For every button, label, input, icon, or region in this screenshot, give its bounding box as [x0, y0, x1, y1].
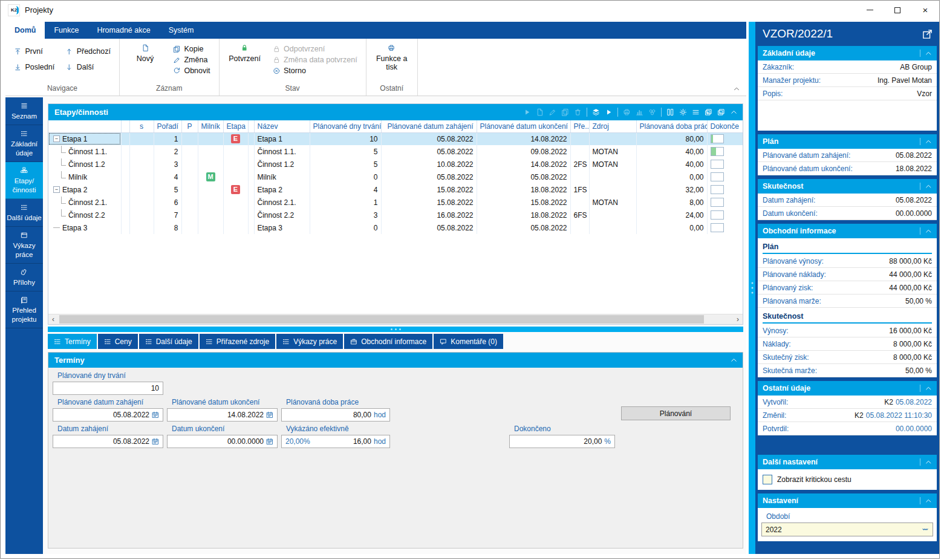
column-header-nazev[interactable]: Název — [254, 120, 310, 132]
layers-icon[interactable] — [592, 108, 600, 116]
collapse-panel-icon[interactable] — [730, 356, 738, 364]
chevron-up-icon[interactable] — [920, 138, 933, 146]
column-header-zdroj[interactable]: Zdroj — [589, 120, 636, 132]
sidebar-item-zakladni-udaje[interactable]: Základní údaje — [5, 125, 43, 162]
table-row-cinnost-1-1[interactable]: Činnost 1.1.2Činnost 1.1.505.08.202209.0… — [48, 145, 743, 158]
zmena-button[interactable]: Změna — [171, 54, 213, 65]
chevron-up-icon[interactable] — [920, 385, 933, 392]
section-header[interactable]: Plán — [758, 134, 937, 149]
ribbon-tab-system[interactable]: Systém — [160, 22, 203, 39]
win-minus-icon[interactable] — [717, 108, 725, 116]
column-header-milnik[interactable]: Milník — [198, 120, 223, 132]
dokonceno-input[interactable]: 20,00% — [509, 435, 615, 448]
planovana-doba-prace-input[interactable]: 80,00hod — [281, 408, 390, 422]
obnovit-button[interactable]: Obnovit — [171, 65, 213, 76]
planovane-datum-zahajeni-input[interactable]: 05.08.2022 — [53, 408, 163, 422]
table-row-cinnost-2-1[interactable]: Činnost 2.1.6Činnost 2.1.115.08.202215.0… — [48, 196, 743, 209]
sidebar-item-vykazy-prace[interactable]: Výkazy práce — [5, 227, 43, 264]
section-header[interactable]: Základní údaje — [758, 46, 937, 60]
tab-prirazene-zdroje[interactable]: Přiřazené zdroje — [200, 334, 275, 349]
columns-icon[interactable] — [666, 108, 674, 116]
novy-button[interactable]: Nový — [126, 44, 164, 63]
sidebar-item-etapy-cinnosti[interactable]: Etapy/činnosti — [5, 162, 43, 199]
dropdown-chevrons-icon[interactable] — [922, 526, 929, 533]
chevron-up-icon[interactable] — [920, 227, 933, 235]
section-header[interactable]: Další nastavení — [758, 455, 937, 469]
section-header[interactable]: Skutečnost — [758, 179, 937, 194]
ribbon-tab-domu[interactable]: Domů — [5, 22, 45, 39]
obdobi-dropdown[interactable]: 2022 — [761, 523, 933, 536]
expander-icon[interactable]: − — [53, 186, 60, 193]
collapse-ribbon-icon[interactable] — [733, 85, 740, 93]
datum-ukonceni-input[interactable]: 00.00.0000 — [167, 435, 278, 448]
sidebar-item-seznam[interactable]: Seznam — [5, 97, 43, 125]
grid-horizontal-scrollbar[interactable]: ‹ › — [48, 314, 743, 324]
planovani-button[interactable]: Plánování — [621, 406, 731, 420]
horizontal-splitter[interactable] — [48, 327, 743, 332]
table-row-cinnost-2-2[interactable]: Činnost 2.27Činnost 2.2316.08.202218.08.… — [48, 209, 743, 221]
scrollbar-thumb[interactable] — [59, 315, 704, 324]
column-header-dokonc[interactable]: Dokonče — [707, 120, 743, 132]
column-header-doba[interactable]: Plánovaná doba práce — [636, 120, 707, 132]
calendar-icon[interactable] — [266, 438, 273, 445]
section-header[interactable]: Obchodní informace — [758, 224, 937, 238]
sidebar-item-dalsi-udaje[interactable]: Další údaje — [5, 199, 43, 227]
datum-zahajeni-input[interactable]: 05.08.2022 — [53, 435, 163, 448]
odpotvrzeni-button[interactable]: Odpotvrzení — [270, 44, 360, 54]
tab-dalsi-udaje[interactable]: Další údaje — [139, 334, 198, 349]
close-button[interactable]: × — [911, 1, 939, 19]
chevron-up-icon[interactable] — [920, 497, 933, 505]
play-icon[interactable] — [605, 108, 613, 116]
column-header-poradi[interactable]: Pořadí — [154, 120, 181, 132]
column-header-s[interactable]: s — [129, 120, 154, 132]
column-header-dny[interactable]: Plánované dny trvání — [310, 120, 381, 132]
scroll-right-icon[interactable]: › — [733, 315, 743, 324]
chev-up-icon[interactable] — [730, 108, 738, 116]
table-row-etapa-2[interactable]: −Etapa 25EEtapa 2415.08.202218.08.20221F… — [48, 183, 743, 196]
dalsi-button[interactable]: Další — [63, 59, 113, 75]
zmena-data-potvrzeni-button[interactable]: Změna data potvrzení — [270, 54, 360, 65]
planovane-dny-trvani-input[interactable]: 10 — [53, 382, 163, 395]
win-plus-icon[interactable] — [705, 108, 712, 116]
chevron-up-icon[interactable] — [920, 50, 933, 57]
vertical-splitter[interactable] — [749, 22, 755, 554]
table-row-etapa-3[interactable]: Etapa 38Etapa 3005.08.202205.08.20220,00 — [48, 221, 743, 234]
maximize-button[interactable] — [884, 1, 911, 19]
tab-vykazy-prace[interactable]: Výkazy práce — [276, 334, 343, 349]
chevron-up-icon[interactable] — [920, 458, 933, 466]
table-row-cinnost-1-2[interactable]: Činnost 1.23Činnost 1.2510.08.202214.08.… — [48, 158, 743, 171]
tab-ceny[interactable]: Ceny — [98, 334, 138, 349]
minimize-button[interactable] — [856, 1, 884, 19]
tab-obchodni-informace[interactable]: Obchodní informace — [344, 334, 432, 349]
column-header-p[interactable]: P — [181, 120, 198, 132]
posledni-button[interactable]: Poslední — [11, 59, 57, 75]
planovane-datum-ukonceni-input[interactable]: 14.08.2022 — [167, 408, 278, 422]
potvrzeni-button[interactable]: Potvrzení — [226, 44, 264, 63]
ribbon-tab-hromadne-akce[interactable]: Hromadné akce — [88, 22, 159, 39]
section-header[interactable]: Nastavení — [758, 493, 937, 508]
column-header-zahajeni[interactable]: Plánované datum zahájení — [381, 120, 477, 132]
column-header-ukonceni[interactable]: Plánované datum ukončení — [477, 120, 570, 132]
gear-icon[interactable] — [679, 108, 687, 116]
column-header-blank1[interactable] — [121, 120, 129, 132]
chevron-up-icon[interactable] — [920, 183, 933, 190]
scrollbar-track[interactable] — [58, 314, 733, 324]
vykazano-efektivne-input[interactable]: 20,00%16,00hod — [281, 435, 390, 448]
sidebar-item-prilohy[interactable]: Přílohy — [5, 264, 43, 291]
menu-icon[interactable] — [692, 108, 700, 116]
calendar-icon[interactable] — [152, 411, 159, 418]
calendar-icon[interactable] — [266, 411, 273, 418]
sidebar-item-prehled-projektu[interactable]: Přehled projektu — [5, 291, 43, 328]
storno-button[interactable]: Storno — [270, 65, 360, 76]
prvni-button[interactable]: První — [11, 44, 57, 59]
scroll-left-icon[interactable]: ‹ — [48, 315, 58, 324]
predchozi-button[interactable]: Předchozí — [63, 44, 113, 59]
tab-komentare-0[interactable]: Komentáře (0) — [434, 334, 503, 349]
ribbon-tab-funkce[interactable]: Funkce — [45, 22, 88, 39]
section-header[interactable]: Ostatní údaje — [758, 381, 937, 396]
column-header-etapa[interactable]: Etapa — [223, 120, 248, 132]
column-header-pre[interactable]: Pře... — [570, 120, 589, 132]
column-header-blank2[interactable] — [248, 120, 254, 132]
open-external-icon[interactable] — [922, 28, 933, 40]
table-row-milnik[interactable]: Milník4MMilník005.08.202205.08.20220,00 — [48, 171, 743, 183]
